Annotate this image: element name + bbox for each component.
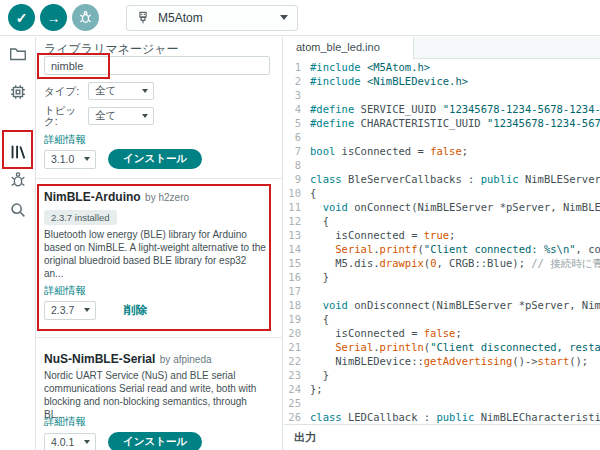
verify-button[interactable]: ✓ xyxy=(8,4,35,31)
upload-button[interactable]: → xyxy=(40,4,67,31)
version-select[interactable]: 2.3.7 xyxy=(44,301,96,320)
debug-button[interactable] xyxy=(72,4,99,31)
code-token: "12345678-1234-5678 xyxy=(487,117,600,129)
code-token: void xyxy=(323,299,348,311)
usb-plug-icon xyxy=(136,11,150,25)
code-line[interactable]: 8 xyxy=(284,158,600,172)
code-line[interactable]: 10{ xyxy=(284,186,600,200)
code-line[interactable]: 25 xyxy=(284,396,600,410)
code-line[interactable]: 22 NimBLEDevice::getAdvertising()->start… xyxy=(284,354,600,368)
line-number: 6 xyxy=(284,130,310,144)
code-line[interactable]: 20 isConnected = false; xyxy=(284,326,600,340)
code-line[interactable]: 3 xyxy=(284,88,600,102)
topic-filter-select[interactable]: 全て xyxy=(88,107,154,125)
code-line[interactable]: 16 } xyxy=(284,270,600,284)
code-line[interactable]: 1#include <M5Atom.h> xyxy=(284,60,600,74)
editor-area: atom_ble_led.ino 1#include <M5Atom.h>2#i… xyxy=(284,37,600,450)
code-text: Serial.printf("Client connected: %s\n", … xyxy=(310,242,600,256)
sidebar-item-debug[interactable] xyxy=(6,168,30,192)
chevron-down-icon xyxy=(84,308,90,312)
install-button[interactable]: インストール xyxy=(108,149,202,169)
more-info-link[interactable]: 詳細情報 xyxy=(44,284,86,298)
code-token: LEDCallback : xyxy=(348,411,437,423)
code-token: SERVICE_UUID xyxy=(361,103,443,115)
line-number: 3 xyxy=(284,88,310,102)
remove-button[interactable]: 削除 xyxy=(120,300,151,320)
output-label: 出力 xyxy=(294,430,316,445)
line-number: 11 xyxy=(284,200,310,214)
sidebar-item-library-manager[interactable] xyxy=(6,140,30,164)
line-number: 23 xyxy=(284,368,310,382)
code-line[interactable]: 18 void onDisconnect(NimBLEServer *pServ… xyxy=(284,298,600,312)
code-text: class LEDCallback : public NimBLECharact… xyxy=(310,410,600,424)
code-token: ; xyxy=(449,229,455,241)
chevron-down-icon xyxy=(280,15,288,20)
code-line[interactable]: 26class LEDCallback : public NimBLEChara… xyxy=(284,410,600,424)
code-text: #include <NimBLEDevice.h> xyxy=(310,74,468,88)
code-token: <NimBLEDevice.h> xyxy=(367,75,468,87)
tab-atom-ble-led[interactable]: atom_ble_led.ino xyxy=(284,37,414,59)
code-token: } xyxy=(310,271,329,283)
arduino-ide-window: ✓ → M5Atom xyxy=(0,0,600,450)
code-token: ()-> xyxy=(512,355,537,367)
bug-icon xyxy=(8,170,28,190)
version-select[interactable]: 3.1.0 xyxy=(44,150,96,169)
code-token: { xyxy=(310,313,329,325)
more-info-link[interactable]: 詳細情報 xyxy=(44,133,86,147)
type-filter-select[interactable]: 全て xyxy=(88,82,154,100)
code-token xyxy=(310,341,335,353)
code-token: isConnected = xyxy=(310,229,424,241)
line-number: 14 xyxy=(284,242,310,256)
code-line[interactable]: 7bool isConnected = false; xyxy=(284,144,600,158)
line-number: 20 xyxy=(284,326,310,340)
code-line[interactable]: 15 M5.dis.drawpix(0, CRGB::Blue); // 接続時… xyxy=(284,256,600,270)
code-line[interactable]: 14 Serial.printf("Client connected: %s\n… xyxy=(284,242,600,256)
code-token: isConnected = xyxy=(310,327,424,339)
code-text: { xyxy=(310,312,329,326)
code-text: void onDisconnect(NimBLEServer *pServer,… xyxy=(310,298,600,312)
sidebar-item-search[interactable] xyxy=(6,198,30,222)
library-search-input[interactable] xyxy=(44,56,270,75)
code-token: ; xyxy=(462,145,468,157)
code-area[interactable]: 1#include <M5Atom.h>2#include <NimBLEDev… xyxy=(284,60,600,424)
code-line[interactable]: 9class BleServerCallbacks : public NimBL… xyxy=(284,172,600,186)
sidebar-item-boards-manager[interactable] xyxy=(6,80,30,104)
code-line[interactable]: 6 xyxy=(284,130,600,144)
line-number: 2 xyxy=(284,74,310,88)
debug-bug-icon xyxy=(78,10,93,25)
code-line[interactable]: 11 void onConnect(NimBLEServer *pServer,… xyxy=(284,200,600,214)
code-token: void xyxy=(323,201,348,213)
version-select[interactable]: 4.0.1 xyxy=(44,433,96,450)
code-line[interactable]: 4#define SERVICE_UUID "12345678-1234-567… xyxy=(284,102,600,116)
sidebar-item-sketchbook[interactable] xyxy=(6,42,30,66)
type-filter-label: タイプ: xyxy=(44,86,88,97)
code-token: bool xyxy=(310,145,342,157)
code-token: M5.dis. xyxy=(310,257,380,269)
board-selector-dropdown[interactable]: M5Atom xyxy=(126,5,298,31)
line-number: 8 xyxy=(284,158,310,172)
line-number: 16 xyxy=(284,270,310,284)
more-info-link[interactable]: 詳細情報 xyxy=(44,415,86,429)
code-line[interactable]: 19 { xyxy=(284,312,600,326)
code-token: #include xyxy=(310,61,367,73)
code-token: false xyxy=(430,145,462,157)
code-token: (); xyxy=(569,355,588,367)
install-button[interactable]: インストール xyxy=(108,432,202,450)
code-line[interactable]: 13 isConnected = true; xyxy=(284,228,600,242)
code-token: ; xyxy=(455,327,461,339)
code-text: } xyxy=(310,368,329,382)
code-text: #define CHARACTERISTIC_UUID "12345678-12… xyxy=(310,116,600,130)
code-line[interactable]: 23 } xyxy=(284,368,600,382)
code-token: BleServerCallbacks : xyxy=(348,173,481,185)
line-number: 7 xyxy=(284,144,310,158)
code-line[interactable]: 24}; xyxy=(284,382,600,396)
library-description: Bluetooth low energy (BLE) library for A… xyxy=(44,228,266,280)
line-number: 10 xyxy=(284,186,310,200)
code-line[interactable]: 17 xyxy=(284,284,600,298)
line-number: 19 xyxy=(284,312,310,326)
code-line[interactable]: 12 { xyxy=(284,214,600,228)
code-token: "Client connected: %s\n" xyxy=(424,243,576,255)
code-line[interactable]: 5#define CHARACTERISTIC_UUID "12345678-1… xyxy=(284,116,600,130)
code-line[interactable]: 2#include <NimBLEDevice.h> xyxy=(284,74,600,88)
code-line[interactable]: 21 Serial.println("Client disconnected, … xyxy=(284,340,600,354)
